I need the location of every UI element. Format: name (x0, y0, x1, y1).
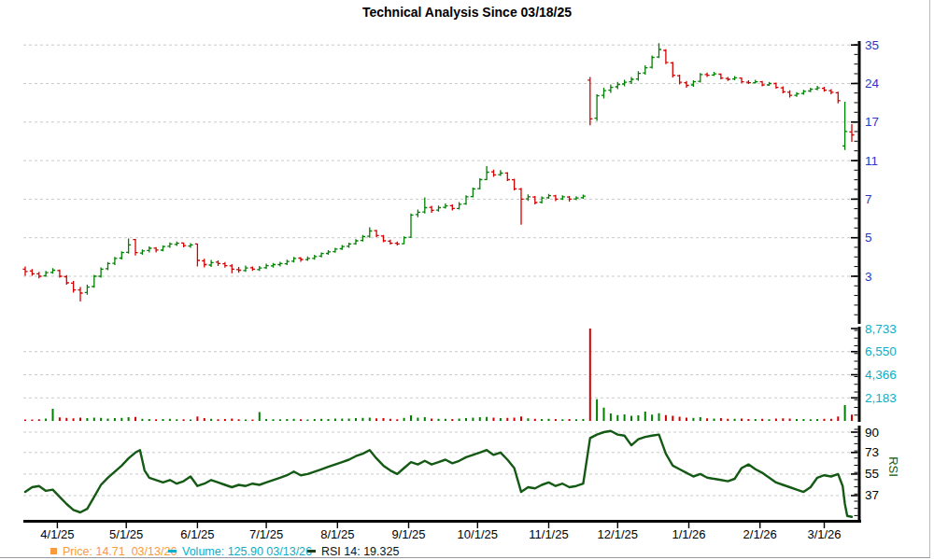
svg-text:12/1/25: 12/1/25 (598, 527, 638, 541)
svg-text:6/1/25: 6/1/25 (180, 527, 214, 541)
legend-price-label: Price: 14.71 (63, 545, 125, 558)
price-bars-down (22, 49, 854, 301)
frame-bottom-border (0, 557, 930, 558)
svg-text:6,550: 6,550 (865, 344, 897, 358)
gridlines (23, 45, 857, 496)
svg-text:11/1/25: 11/1/25 (529, 527, 568, 541)
svg-text:37: 37 (865, 488, 879, 502)
legend-item-rsi: RSI 14: 19.325 (307, 544, 399, 558)
svg-text:90: 90 (865, 426, 879, 440)
svg-text:5: 5 (865, 231, 872, 245)
volume-dash-icon (168, 550, 177, 553)
svg-text:73: 73 (865, 445, 879, 459)
svg-text:5/1/25: 5/1/25 (109, 527, 143, 541)
chart-svg: 357111724352,1834,3666,5508,73337557390R… (0, 0, 934, 560)
svg-text:3/1/26: 3/1/26 (807, 527, 841, 541)
svg-text:55: 55 (865, 467, 879, 481)
svg-text:1/1/26: 1/1/26 (672, 527, 705, 541)
svg-text:2/1/26: 2/1/26 (743, 527, 777, 541)
technical-analysis-chart: Technical Analysis Since 03/18/25 357111… (0, 0, 934, 560)
rsi-side-label: RSI (886, 456, 900, 477)
svg-text:2,183: 2,183 (865, 391, 897, 405)
legend-item-price: Price: 14.71 03/13/26 (50, 544, 177, 558)
svg-text:8/1/25: 8/1/25 (320, 527, 354, 541)
legend-volume-date: 03/13/26 (266, 545, 312, 558)
legend-rsi-label: RSI 14: 19.325 (321, 545, 399, 558)
legend-volume-label: Volume: 125.90 (182, 545, 263, 558)
volume-bars-up (46, 399, 845, 421)
legend-item-volume: Volume: 125.90 03/13/26 (168, 544, 312, 558)
x-axis: 4/1/255/1/256/1/257/1/258/1/259/1/2510/1… (23, 522, 861, 542)
rsi-axis: 37557390 (851, 426, 879, 522)
svg-text:7: 7 (865, 192, 872, 206)
svg-text:4,366: 4,366 (865, 368, 897, 382)
svg-text:24: 24 (865, 77, 880, 91)
rsi-dash-icon (307, 550, 316, 553)
svg-text:35: 35 (865, 38, 879, 52)
svg-text:7/1/25: 7/1/25 (249, 527, 283, 541)
svg-text:4/1/25: 4/1/25 (40, 527, 74, 541)
price-swatch-icon (50, 548, 57, 554)
price-bars-up (44, 43, 848, 294)
svg-text:11: 11 (865, 154, 878, 168)
svg-text:10/1/25: 10/1/25 (458, 527, 498, 541)
svg-text:9/1/25: 9/1/25 (391, 527, 425, 541)
svg-text:8,733: 8,733 (865, 322, 897, 336)
price-axis: 35711172435 (851, 38, 880, 324)
price-bars (22, 43, 854, 301)
volume-axis: 2,1834,3666,5508,733 (851, 322, 897, 423)
frame-right-border (929, 0, 930, 558)
svg-text:17: 17 (865, 115, 879, 129)
svg-text:3: 3 (865, 270, 872, 284)
